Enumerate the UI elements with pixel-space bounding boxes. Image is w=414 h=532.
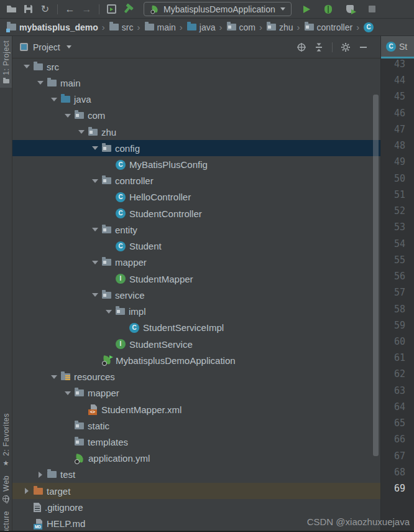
tree-item-main[interactable]: main — [12, 75, 380, 91]
tree-scrollbar[interactable] — [373, 95, 379, 456]
gutter-line-number: 50 — [381, 173, 414, 189]
run-configuration-select[interactable]: MybatisplusDemoApplication — [144, 2, 292, 16]
expand-arrow-icon[interactable] — [89, 224, 101, 235]
expand-arrow-icon[interactable] — [21, 61, 33, 72]
build-hammer-icon[interactable] — [121, 2, 136, 17]
panel-title[interactable]: Project — [33, 42, 60, 52]
expand-arrow-icon[interactable] — [48, 94, 60, 105]
gutter-line-number: 49 — [381, 156, 414, 172]
tree-item-zhu[interactable]: zhu — [12, 124, 380, 140]
package-icon — [102, 226, 111, 233]
breadcrumb-item-src[interactable]: src — [109, 22, 134, 32]
tree-item-mapper[interactable]: mapper — [12, 385, 380, 401]
expand-arrow-icon[interactable] — [89, 289, 101, 301]
back-icon[interactable]: ← — [62, 2, 78, 17]
sidebar-item-favorites[interactable]: 2: Favorites ★ — [0, 409, 12, 471]
breadcrumb-separator: › — [102, 22, 105, 32]
tree-item-studentserviceimpl[interactable]: CStudentServiceImpl — [12, 320, 380, 336]
sidebar-item-project[interactable]: 1: Project — [0, 36, 12, 88]
tree-item-target[interactable]: target — [12, 483, 380, 499]
gutter-line-number: 46 — [381, 108, 414, 124]
gear-icon — [102, 361, 107, 366]
expand-arrow-icon[interactable] — [89, 142, 101, 154]
chevron-down-icon[interactable] — [67, 45, 71, 49]
class-icon: C — [386, 42, 396, 52]
forward-icon[interactable]: → — [79, 2, 94, 17]
breadcrumb-item-mybatisplus-demo[interactable]: mybatisplus_demo — [6, 22, 98, 32]
tree-item-impl[interactable]: impl — [12, 304, 380, 320]
tree-item-com[interactable]: com — [12, 108, 380, 124]
tree-item-hellocontroller[interactable]: CHelloController — [12, 189, 380, 205]
collapse-all-icon[interactable] — [313, 41, 325, 54]
package-icon — [116, 308, 125, 315]
tree-item-controller[interactable]: controller — [12, 173, 380, 189]
package-icon — [227, 24, 236, 30]
tree-item-studentmapper[interactable]: IStudentMapper — [12, 271, 380, 287]
breadcrumb-item-controller[interactable]: controller — [304, 22, 353, 32]
tree-item-studentservice[interactable]: IStudentService — [12, 336, 380, 352]
tree-item-resources[interactable]: resources — [12, 368, 380, 385]
spring-config-icon — [75, 454, 85, 464]
sidebar-item-structure[interactable]: Structure — [0, 506, 12, 531]
debug-icon[interactable] — [321, 2, 336, 17]
open-folder-icon[interactable] — [4, 2, 19, 17]
breadcrumb-item-com[interactable]: com — [226, 22, 255, 32]
tree-item-label: Student — [129, 241, 162, 251]
tab-studentcontroller[interactable]: C St — [381, 36, 414, 58]
tree-item-studentmapper-xml[interactable]: <>StudentMapper.xml — [12, 401, 380, 418]
tree-item-label: impl — [129, 306, 146, 317]
locate-icon[interactable] — [295, 41, 308, 54]
save-icon[interactable] — [21, 2, 36, 17]
tree-item-student[interactable]: CStudent — [12, 238, 380, 254]
run-icon[interactable] — [299, 2, 315, 17]
expand-arrow-icon[interactable] — [89, 175, 101, 187]
run-window-icon[interactable] — [104, 2, 119, 17]
tree-item-label: StudentServiceImpl — [143, 322, 224, 333]
gutter-line-number: 58 — [381, 304, 414, 320]
tree-item-src[interactable]: src — [12, 58, 380, 75]
coverage-icon[interactable] — [343, 2, 358, 17]
expand-arrow-icon[interactable] — [21, 485, 33, 497]
tree-item-service[interactable]: service — [12, 287, 380, 303]
sidebar-item-label: 2: Favorites — [2, 413, 11, 456]
tree-item-studentcontroller[interactable]: CStudentController — [12, 205, 380, 222]
expand-arrow-icon[interactable] — [89, 257, 101, 268]
hide-panel-icon[interactable] — [357, 41, 369, 54]
tree-item-config[interactable]: config — [12, 140, 380, 156]
settings-gear-icon[interactable] — [339, 41, 352, 54]
arrow-spacer — [62, 453, 74, 464]
expand-arrow-icon[interactable] — [103, 306, 115, 317]
tree-item-application-yml[interactable]: application.yml — [12, 450, 380, 467]
breadcrumb-item-java[interactable]: java — [186, 22, 216, 32]
package-icon — [102, 177, 111, 184]
chevron-down-icon — [280, 7, 285, 11]
sidebar-item-web[interactable]: Web — [0, 471, 12, 506]
sync-icon[interactable]: ↻ — [37, 2, 53, 17]
tree-item-mybatisplusconfig[interactable]: CMyBatisPlusConfig — [12, 156, 380, 172]
folder-icon — [145, 24, 154, 30]
arrow-spacer — [62, 437, 74, 448]
package-icon — [88, 129, 98, 136]
tree-item-templates[interactable]: templates — [12, 434, 380, 450]
breadcrumb-separator: › — [180, 22, 183, 32]
breadcrumb-label: zhu — [279, 22, 293, 32]
stop-icon[interactable] — [364, 2, 380, 17]
tree-item-label: MybatisplusDemoApplication — [116, 355, 236, 366]
tree-item-java[interactable]: java — [12, 91, 380, 107]
breadcrumb-item-zhu[interactable]: zhu — [266, 22, 293, 32]
tree-item-mapper[interactable]: mapper — [12, 254, 380, 271]
tree-item-gitignore[interactable]: .gitignore — [12, 499, 380, 515]
expand-arrow-icon[interactable] — [62, 388, 74, 399]
tree-item-static[interactable]: static — [12, 418, 380, 434]
breadcrumb-item-main[interactable]: main — [144, 22, 176, 32]
breadcrumb-item[interactable]: C — [363, 22, 374, 32]
expand-arrow-icon[interactable] — [34, 469, 47, 480]
tree-item-test[interactable]: test — [12, 467, 380, 483]
expand-arrow-icon[interactable] — [48, 371, 60, 383]
tree-item-mybatisplusdemoapplication[interactable]: MybatisplusDemoApplication — [12, 352, 380, 368]
breadcrumb-label: src — [122, 22, 134, 32]
expand-arrow-icon[interactable] — [62, 110, 74, 121]
expand-arrow-icon[interactable] — [34, 77, 47, 88]
expand-arrow-icon[interactable] — [75, 126, 88, 138]
tree-item-entity[interactable]: entity — [12, 222, 380, 238]
